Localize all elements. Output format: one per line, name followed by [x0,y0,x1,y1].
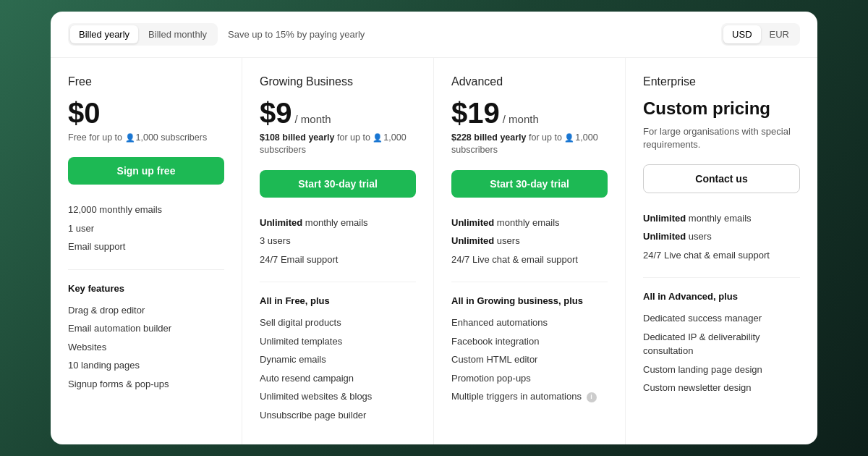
plan-enterprise-basic-features: Unlimited monthly emails Unlimited users… [643,209,800,279]
plans-grid: Free $0 Free for up to 👤1,000 subscriber… [51,58,817,445]
plan-free-features: Drag & drop editor Email automation buil… [68,301,224,394]
list-item: Auto resend campaign [260,369,416,388]
list-item: Facebook integration [451,332,608,351]
list-item: 24/7 Live chat & email support [643,246,800,265]
list-item: Email automation builder [68,319,224,338]
list-item: Enhanced automations [451,313,608,332]
plan-growing-section-title: All in Free, plus [260,295,416,306]
list-item: Dedicated success manager [643,309,800,328]
plan-advanced-price: $19 / month [451,98,608,127]
list-item: 1 user [68,219,224,238]
plan-free-cta[interactable]: Sign up free [68,157,224,185]
plan-advanced-section-title: All in Growing business, plus [451,295,608,306]
list-item: Websites [68,338,224,357]
pricing-card: Billed yearly Billed monthly Save up to … [51,12,817,445]
plan-advanced-sub: $228 billed yearly for up to 👤1,000 subs… [451,132,608,157]
plan-free: Free $0 Free for up to 👤1,000 subscriber… [51,58,242,445]
info-icon: i [587,392,597,402]
plan-enterprise-name: Enterprise [643,75,800,88]
plan-enterprise-section-title: All in Advanced, plus [643,291,800,302]
plan-growing-features: Sell digital products Unlimited template… [260,313,416,424]
plan-enterprise-sub: For large organisations with special req… [643,125,800,151]
list-item: Unlimited users [451,232,608,250]
plan-enterprise-features: Dedicated success manager Dedicated IP &… [643,309,800,397]
plan-enterprise-price: Custom pricing [643,98,800,119]
plan-advanced-cta[interactable]: Start 30-day trial [451,170,608,198]
list-item: Unlimited websites & blogs [260,387,416,406]
billing-bar: Billed yearly Billed monthly Save up to … [51,12,817,58]
plan-advanced-name: Advanced [451,75,608,88]
currency-toggle: USD EUR [721,23,800,46]
plan-advanced: Advanced $19 / month $228 billed yearly … [434,58,626,445]
list-item: 3 users [260,232,416,250]
plan-enterprise-cta[interactable]: Contact us [643,164,800,193]
plan-growing-basic-features: Unlimited monthly emails 3 users 24/7 Em… [260,214,416,283]
plan-growing: Growing Business $9 / month $108 billed … [242,58,434,445]
list-item: Unlimited monthly emails [451,214,608,232]
billing-save-text: Save up to 15% by paying yearly [228,29,365,40]
plan-advanced-features: Enhanced automations Facebook integratio… [451,313,608,406]
list-item: Dynamic emails [260,350,416,369]
list-item: 24/7 Email support [260,250,416,269]
list-item: Custom landing page design [643,360,800,379]
plan-growing-name: Growing Business [260,75,416,88]
list-item: Dedicated IP & deliverability consultati… [643,328,800,360]
list-item: 12,000 monthly emails [68,200,224,219]
billing-monthly-button[interactable]: Billed monthly [140,25,216,43]
list-item: Promotion pop-ups [451,369,608,388]
billing-yearly-button[interactable]: Billed yearly [70,25,138,43]
plan-enterprise: Enterprise Custom pricing For large orga… [626,58,817,445]
list-item: Sell digital products [260,313,416,332]
list-item: Unlimited templates [260,332,416,351]
list-item: Unlimited monthly emails [643,209,800,228]
list-item: 10 landing pages [68,356,224,375]
plan-growing-price: $9 / month [260,98,416,127]
plan-growing-cta[interactable]: Start 30-day trial [260,170,416,198]
list-item: Multiple triggers in automations i [451,387,608,406]
list-item: Unlimited monthly emails [260,214,416,232]
plan-advanced-basic-features: Unlimited monthly emails Unlimited users… [451,214,608,283]
list-item: Unsubscribe page builder [260,406,416,425]
plan-free-name: Free [68,75,224,88]
plan-free-basic-features: 12,000 monthly emails 1 user Email suppo… [68,200,224,270]
plan-free-section-title: Key features [68,283,224,294]
list-item: Drag & drop editor [68,301,224,320]
plan-free-price: $0 [68,98,224,127]
currency-eur-button[interactable]: EUR [761,25,798,43]
plan-growing-sub: $108 billed yearly for up to 👤1,000 subs… [260,132,416,157]
list-item: Unlimited users [643,227,800,246]
billing-toggle: Billed yearly Billed monthly [68,23,218,46]
list-item: Signup forms & pop-ups [68,375,224,394]
list-item: 24/7 Live chat & email support [451,250,608,269]
list-item: Custom newsletter design [643,379,800,397]
list-item: Custom HTML editor [451,350,608,369]
list-item: Email support [68,237,224,256]
plan-free-sub: Free for up to 👤1,000 subscribers [68,132,224,145]
currency-usd-button[interactable]: USD [723,25,760,43]
